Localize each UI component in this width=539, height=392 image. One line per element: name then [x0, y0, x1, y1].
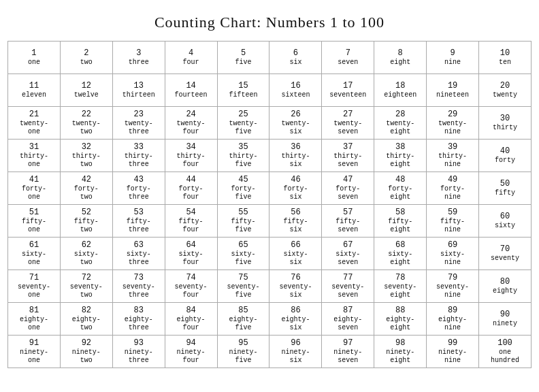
- table-cell: 41forty-one: [8, 172, 61, 205]
- table-cell: 58fifty-eight: [374, 205, 427, 238]
- number-digit: 68: [376, 240, 425, 251]
- table-cell: 3three: [112, 42, 165, 74]
- table-cell: 86eighty-six: [270, 303, 322, 336]
- number-digit: 91: [10, 338, 59, 349]
- table-cell: 70seventy: [479, 238, 532, 270]
- number-digit: 69: [428, 240, 477, 251]
- number-digit: 10: [480, 48, 529, 59]
- number-digit: 97: [323, 338, 372, 349]
- table-cell: 9nine: [427, 42, 479, 74]
- table-cell: 37thirty-seven: [322, 140, 374, 172]
- number-word: sixty-nine: [428, 250, 477, 267]
- number-word: thirty-seven: [323, 152, 372, 169]
- table-cell: 15fifteen: [217, 74, 270, 107]
- number-word: two: [62, 59, 111, 67]
- table-cell: 95ninety-five: [217, 336, 270, 368]
- number-word: thirty-nine: [428, 152, 477, 169]
- table-cell: 14fourteen: [165, 74, 217, 107]
- number-digit: 32: [62, 142, 111, 153]
- number-word: fifty-one: [10, 218, 59, 234]
- number-word: nine: [428, 59, 477, 67]
- number-digit: 62: [62, 240, 111, 251]
- table-cell: 64sixty-four: [165, 238, 217, 270]
- table-cell: 73seventy-three: [112, 270, 165, 303]
- number-word: ninety-six: [271, 348, 320, 365]
- number-digit: 18: [376, 81, 425, 92]
- number-word: eighty-eight: [376, 316, 425, 332]
- number-word: eighty-two: [62, 316, 111, 332]
- number-digit: 73: [114, 273, 163, 284]
- table-cell: 83eighty-three: [112, 303, 165, 336]
- number-word: forty-nine: [428, 185, 477, 201]
- table-cell: 5five: [217, 42, 270, 74]
- number-word: sixty-eight: [376, 250, 425, 267]
- number-digit: 33: [114, 142, 163, 153]
- table-cell: 82eighty-two: [60, 303, 112, 336]
- number-word: eighty-nine: [428, 316, 477, 332]
- number-digit: 64: [167, 240, 216, 251]
- number-word: eighty-three: [114, 316, 163, 332]
- number-digit: 13: [114, 81, 163, 92]
- number-word: twenty-two: [62, 120, 111, 136]
- number-digit: 60: [480, 212, 529, 223]
- table-cell: 12twelve: [60, 74, 112, 107]
- number-word: six: [271, 59, 320, 67]
- table-cell: 99ninety-nine: [427, 336, 479, 368]
- number-digit: 12: [62, 81, 111, 92]
- number-digit: 59: [428, 208, 477, 218]
- table-cell: 66sixty-six: [270, 238, 322, 270]
- number-digit: 22: [62, 110, 111, 120]
- table-cell: 1one: [8, 42, 61, 74]
- table-cell: 77seventy-seven: [322, 270, 374, 303]
- table-cell: 25twenty-five: [217, 107, 270, 140]
- number-digit: 24: [167, 110, 216, 120]
- number-digit: 46: [271, 175, 320, 186]
- number-word: ninety-four: [167, 348, 216, 365]
- number-word: twenty-three: [114, 120, 163, 136]
- table-cell: 51fifty-one: [8, 205, 61, 238]
- number-digit: 41: [10, 175, 59, 186]
- table-cell: 84eighty-four: [165, 303, 217, 336]
- number-digit: 8: [376, 48, 425, 59]
- number-word: sixty-three: [114, 250, 163, 267]
- table-cell: 38thirty-eight: [374, 140, 427, 172]
- table-cell: 23twenty-three: [112, 107, 165, 140]
- number-word: thirty-five: [219, 152, 268, 169]
- number-digit: 39: [428, 142, 477, 153]
- table-cell: 22twenty-two: [60, 107, 112, 140]
- table-cell: 88eighty-eight: [374, 303, 427, 336]
- table-cell: 53fifty-three: [112, 205, 165, 238]
- counting-chart: 1one2two3three4four5five6six7seven8eight…: [7, 41, 532, 368]
- number-word: thirty: [480, 124, 529, 132]
- number-word: seventy-seven: [323, 283, 372, 299]
- number-word: seven: [323, 59, 372, 67]
- number-digit: 49: [428, 175, 477, 186]
- number-word: forty-four: [167, 185, 216, 201]
- number-word: eight: [376, 59, 425, 67]
- table-cell: 21twenty-one: [8, 107, 61, 140]
- table-cell: 11eleven: [8, 74, 61, 107]
- number-word: fifty-nine: [428, 218, 477, 234]
- number-word: seventy: [480, 255, 529, 263]
- table-cell: 29twenty-nine: [427, 107, 479, 140]
- table-cell: 74seventy-four: [165, 270, 217, 303]
- table-cell: 98ninety-eight: [374, 336, 427, 368]
- number-word: ninety-two: [62, 348, 111, 365]
- number-digit: 17: [323, 81, 372, 92]
- table-cell: 8eight: [374, 42, 427, 74]
- number-digit: 44: [167, 175, 216, 186]
- number-digit: 95: [219, 338, 268, 349]
- number-word: sixty-two: [62, 250, 111, 267]
- table-cell: 10ten: [479, 42, 532, 74]
- number-digit: 83: [114, 306, 163, 316]
- table-cell: 28twenty-eight: [374, 107, 427, 140]
- number-word: sixty: [480, 222, 529, 230]
- number-word: sixty-seven: [323, 250, 372, 267]
- number-word: five: [219, 59, 268, 67]
- number-word: fifteen: [219, 91, 268, 99]
- number-digit: 28: [376, 110, 425, 120]
- number-word: eighty-seven: [323, 316, 372, 332]
- table-cell: 93ninety-three: [112, 336, 165, 368]
- number-digit: 20: [480, 81, 529, 92]
- number-digit: 80: [480, 277, 529, 288]
